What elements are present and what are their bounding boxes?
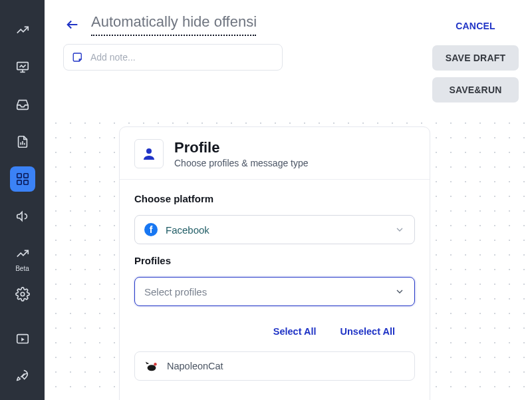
page-title: Automatically hide offensive comments <box>91 13 256 31</box>
select-all-button[interactable]: Select All <box>273 326 317 337</box>
svg-point-15 <box>148 365 156 371</box>
note-icon <box>72 51 84 63</box>
svg-marker-12 <box>21 337 25 341</box>
svg-point-10 <box>21 292 25 296</box>
card-title: Profile <box>174 139 309 156</box>
profiles-label: Profiles <box>134 255 415 266</box>
svg-point-16 <box>154 363 156 365</box>
user-icon <box>141 146 157 162</box>
chevron-down-icon <box>394 286 405 297</box>
nav-settings[interactable] <box>10 282 35 307</box>
nav-analytics-beta[interactable] <box>10 241 35 266</box>
title-underline <box>91 35 256 36</box>
card-subtitle: Choose profiles & message type <box>174 158 309 168</box>
nav-analytics[interactable] <box>10 17 35 43</box>
nav-reports[interactable] <box>10 129 35 154</box>
nav-inbox[interactable] <box>10 92 35 117</box>
chart-line-icon <box>15 246 30 261</box>
profile-card: Profile Choose profiles & message type C… <box>119 126 430 400</box>
profile-option-napoleoncat[interactable]: NapoleonCat <box>134 351 415 381</box>
arrow-left-icon <box>65 17 80 32</box>
megaphone-icon <box>15 209 30 224</box>
inbox-icon <box>15 97 30 112</box>
note-placeholder: Add note... <box>90 52 136 63</box>
play-icon <box>15 332 30 347</box>
platform-value: Facebook <box>166 224 209 236</box>
card-header: Profile Choose profiles & message type <box>120 127 430 180</box>
save-run-button[interactable]: SAVE&RUN <box>432 77 519 102</box>
header-actions: CANCEL SAVE DRAFT SAVE&RUN <box>432 13 519 102</box>
sidebar: Beta <box>0 0 45 400</box>
title-input[interactable]: Automatically hide offensive comments <box>91 13 256 36</box>
unselect-all-button[interactable]: Unselect All <box>340 326 395 337</box>
facebook-icon: f <box>144 223 158 236</box>
nav-megaphone[interactable] <box>10 204 35 229</box>
nav-presentation[interactable] <box>10 55 35 80</box>
profiles-placeholder: Select profiles <box>144 286 207 298</box>
platform-label: Choose platform <box>134 193 415 204</box>
svg-rect-9 <box>23 180 27 184</box>
svg-rect-8 <box>17 180 21 184</box>
presentation-icon <box>15 60 30 75</box>
save-draft-button[interactable]: SAVE DRAFT <box>432 45 519 71</box>
svg-rect-6 <box>17 174 21 178</box>
nav-rocket[interactable] <box>10 363 35 388</box>
profile-icon-box <box>134 139 164 168</box>
main: Automatically hide offensive comments Ad… <box>45 0 532 400</box>
header: Automatically hide offensive comments Ad… <box>45 0 532 110</box>
profile-option-label: NapoleonCat <box>167 361 223 371</box>
automation-icon <box>15 172 30 186</box>
gear-icon <box>15 287 30 301</box>
platform-select[interactable]: f Facebook <box>134 215 415 244</box>
report-icon <box>15 134 30 149</box>
napoleoncat-icon <box>144 360 159 372</box>
profiles-dropdown: Select All Unselect All NapoleonCat <box>120 314 430 395</box>
rocket-icon <box>15 368 30 383</box>
svg-point-14 <box>146 148 152 154</box>
profiles-select[interactable]: Select profiles <box>134 277 415 306</box>
chart-line-icon <box>15 23 30 37</box>
note-input[interactable]: Add note... <box>63 44 283 71</box>
back-button[interactable] <box>63 15 82 34</box>
nav-automation[interactable] <box>10 166 35 192</box>
chevron-down-icon <box>394 224 405 235</box>
svg-rect-7 <box>23 174 27 178</box>
cancel-button[interactable]: CANCEL <box>432 13 519 39</box>
nav-play[interactable] <box>10 327 35 352</box>
